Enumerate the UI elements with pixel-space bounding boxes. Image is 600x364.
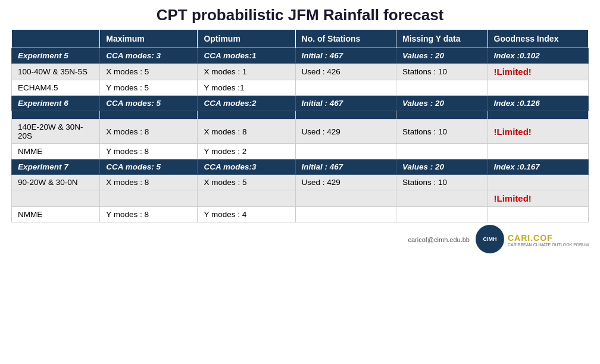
col-header-missing: Missing Y data [396, 30, 488, 48]
table-cell: X modes : 5 [100, 64, 198, 80]
table-cell: Stations : 10 [396, 120, 488, 144]
table-row: Experiment 5CCA modes: 3CCA modes:1Initi… [12, 48, 589, 64]
table-cell: ECHAM4.5 [12, 80, 100, 96]
table-cell: CCA modes: 5 [100, 159, 198, 175]
table-cell [396, 111, 488, 120]
table-cell: NMME [12, 207, 100, 222]
col-header-empty [12, 30, 100, 48]
table-cell [198, 190, 295, 207]
table-cell: !Limited! [488, 190, 588, 207]
table-cell: Stations : 10 [396, 175, 488, 190]
table-cell: CCA modes: 3 [100, 48, 198, 64]
table-cell: Used : 429 [295, 120, 396, 144]
table-cell: 90-20W & 30-0N [12, 175, 100, 190]
table-cell: X modes : 8 [198, 120, 295, 144]
table-cell: CCA modes:1 [198, 48, 295, 64]
table-cell: X modes : 8 [100, 120, 198, 144]
table-cell: Y modes : 2 [198, 144, 295, 159]
col-header-stations: No. of Stations [295, 30, 396, 48]
col-header-maximum: Maximum [100, 30, 198, 48]
table-body: Experiment 5CCA modes: 3CCA modes:1Initi… [12, 48, 589, 222]
table-cell: CCA modes:2 [198, 96, 295, 111]
caricof-text: CARI.COF [508, 233, 553, 243]
table-cell: Y modes : 4 [198, 207, 295, 222]
table-cell: Y modes :1 [198, 80, 295, 96]
table-cell: Used : 426 [295, 64, 396, 80]
table-cell: Y modes : 5 [100, 80, 198, 96]
table-cell: Y modes : 8 [100, 144, 198, 159]
table-cell: 140E-20W & 30N-20S [12, 120, 100, 144]
table-cell [488, 144, 588, 159]
table-row: 140E-20W & 30N-20SX modes : 8X modes : 8… [12, 120, 589, 144]
col-header-goodness: Goodness Index [488, 30, 588, 48]
table-cell [295, 190, 396, 207]
logo-area: CIMH CARI.COF CARIBBEAN CLIMATE OUTLOOK … [476, 225, 589, 255]
table-cell: Initial : 467 [295, 96, 396, 111]
table-cell: NMME [12, 144, 100, 159]
table-cell: !Limited! [488, 64, 588, 80]
table-cell: X modes : 5 [198, 175, 295, 190]
table-cell [488, 111, 588, 120]
col-header-optimum: Optimum [198, 30, 295, 48]
footer-email: caricof@cimh.edu.bb [408, 236, 470, 243]
cimh-logo: CIMH [476, 225, 504, 253]
table-cell [295, 207, 396, 222]
table-row [12, 111, 589, 120]
table-cell: Experiment 7 [12, 159, 100, 175]
table-cell [295, 144, 396, 159]
table-cell: Values : 20 [396, 159, 488, 175]
table-header-row: Maximum Optimum No. of Stations Missing … [12, 30, 589, 48]
table-cell [100, 190, 198, 207]
table-cell: !Limited! [488, 120, 588, 144]
table-cell: CCA modes:3 [198, 159, 295, 175]
table-cell: Index :0.102 [488, 48, 588, 64]
caricof-sub: CARIBBEAN CLIMATE OUTLOOK FORUM [508, 243, 589, 247]
table-row: NMMEY modes : 8Y modes : 4 [12, 207, 589, 222]
caricof-area: CARI.COF CARIBBEAN CLIMATE OUTLOOK FORUM [508, 233, 589, 247]
table-cell [12, 190, 100, 207]
table-cell: Index :0.126 [488, 96, 588, 111]
table-cell [198, 111, 295, 120]
table-row: ECHAM4.5Y modes : 5Y modes :1 [12, 80, 589, 96]
page: CPT probabilistic JFM Rainfall forecast … [0, 0, 600, 364]
table-cell [100, 111, 198, 120]
table-cell: X modes : 1 [198, 64, 295, 80]
table-cell [396, 144, 488, 159]
table-cell [488, 175, 588, 190]
table-cell: Experiment 6 [12, 96, 100, 111]
table-row: 100-40W & 35N-5SX modes : 5X modes : 1Us… [12, 64, 589, 80]
data-table: Maximum Optimum No. of Stations Missing … [11, 29, 589, 222]
table-cell [488, 80, 588, 96]
table-row: !Limited! [12, 190, 589, 207]
table-cell [12, 111, 100, 120]
table-cell [295, 111, 396, 120]
table-row: 90-20W & 30-0NX modes : 8X modes : 5Used… [12, 175, 589, 190]
footer: caricof@cimh.edu.bb CIMH CARI.COF CARIBB… [11, 225, 589, 255]
table-cell: Values : 20 [396, 96, 488, 111]
table-cell [488, 207, 588, 222]
table-cell: Used : 429 [295, 175, 396, 190]
table-cell: Values : 20 [396, 48, 488, 64]
table-cell: Initial : 467 [295, 48, 396, 64]
table-cell: 100-40W & 35N-5S [12, 64, 100, 80]
table-row: NMMEY modes : 8Y modes : 2 [12, 144, 589, 159]
table-cell [396, 80, 488, 96]
table-cell [396, 190, 488, 207]
table-row: Experiment 7CCA modes: 5CCA modes:3Initi… [12, 159, 589, 175]
table-cell: Experiment 5 [12, 48, 100, 64]
table-cell: Stations : 10 [396, 64, 488, 80]
caricof-label: CARI.COF [508, 233, 589, 243]
table-cell: Y modes : 8 [100, 207, 198, 222]
table-cell: X modes : 8 [100, 175, 198, 190]
table-cell [396, 207, 488, 222]
table-cell: Index :0.167 [488, 159, 588, 175]
table-cell [295, 80, 396, 96]
table-cell: Initial : 467 [295, 159, 396, 175]
page-title: CPT probabilistic JFM Rainfall forecast [157, 6, 444, 24]
cimh-label: CIMH [483, 236, 497, 242]
table-row: Experiment 6CCA modes: 5CCA modes:2Initi… [12, 96, 589, 111]
table-cell: CCA modes: 5 [100, 96, 198, 111]
